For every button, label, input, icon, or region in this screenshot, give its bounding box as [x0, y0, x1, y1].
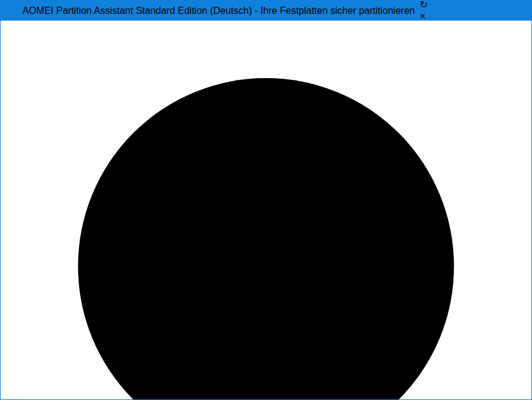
apply-check-icon	[1, 1, 531, 400]
titlebar: AOMEI Partition Assistant Standard Editi…	[1, 1, 531, 21]
window-title: AOMEI Partition Assistant Standard Editi…	[22, 5, 415, 16]
aomei-logo-icon	[7, 5, 18, 16]
app-window: AOMEI Partition Assistant Standard Editi…	[0, 0, 532, 400]
toolbar: Ausführen Verwerfen ↶ Rückgängig ↷ Wiede…	[1, 1, 531, 400]
window-controls: ↻ ×	[420, 0, 427, 22]
toolbar-apply-button[interactable]: Ausführen	[1, 1, 531, 400]
sync-icon[interactable]: ↻	[420, 0, 427, 10]
close-button[interactable]: ×	[420, 10, 427, 22]
